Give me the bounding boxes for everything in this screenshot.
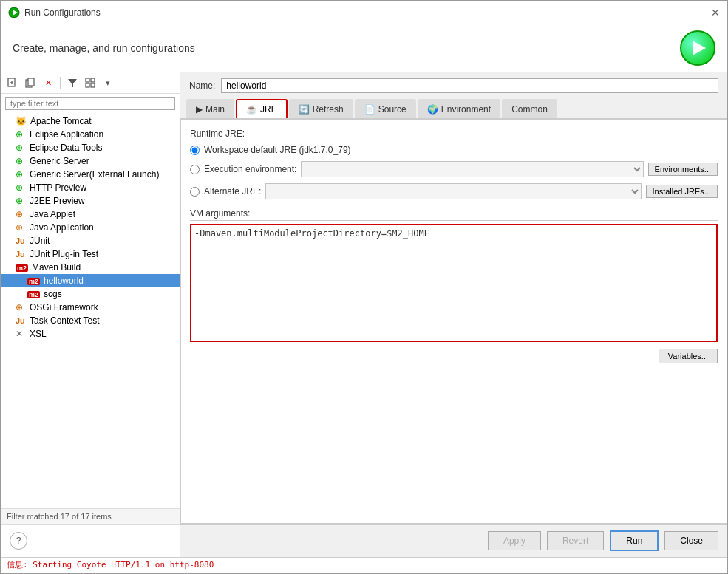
right-panel: Name: ▶ Main ☕ JRE 🔄 Refresh 📄 [180, 72, 727, 557]
name-row: Name: [180, 72, 727, 99]
tree-item-scgs[interactable]: m2 scgs [1, 287, 180, 301]
apache-tomcat-icon: 🐱 [16, 116, 27, 126]
svg-rect-8 [86, 78, 89, 82]
tree-item-label: Apache Tomcat [30, 116, 92, 126]
installed-jres-button[interactable]: Installed JREs... [646, 185, 718, 198]
workspace-default-radio[interactable] [190, 146, 200, 155]
environments-button[interactable]: Environments... [648, 163, 718, 176]
alternate-jre-radio[interactable] [190, 187, 200, 197]
execution-env-radio[interactable] [190, 165, 200, 174]
tab-environment[interactable]: 🌍 Environment [418, 99, 500, 118]
name-input[interactable] [221, 78, 718, 93]
revert-button[interactable]: Revert [547, 531, 604, 550]
tree-item-apache-tomcat[interactable]: 🐱 Apache Tomcat [1, 115, 180, 128]
tree-item-label: Generic Server(External Launch) [30, 169, 159, 180]
tab-common-label: Common [511, 104, 548, 115]
close-icon[interactable]: ✕ [711, 7, 720, 18]
view-menu-button[interactable]: ▾ [101, 75, 115, 90]
tree-item-eclipse-data-tools[interactable]: ⊕ Eclipse Data Tools [1, 141, 180, 154]
tree-item-j2ee-preview[interactable]: ⊕ J2EE Preview [1, 194, 180, 208]
vm-args-textarea[interactable] [190, 224, 718, 342]
tree-item-generic-server-ext[interactable]: ⊕ Generic Server(External Launch) [1, 168, 180, 181]
svg-rect-11 [91, 83, 95, 87]
alternate-jre-select[interactable] [265, 183, 641, 199]
variables-button[interactable]: Variables... [659, 349, 718, 363]
tree-item-label: Java Application [30, 222, 94, 233]
source-tab-icon: 📄 [364, 104, 375, 115]
tree-item-http-preview[interactable]: ⊕ HTTP Preview [1, 181, 180, 194]
tab-environment-label: Environment [441, 104, 491, 115]
runtime-jre-label: Runtime JRE: [190, 129, 718, 139]
tab-refresh-label: Refresh [313, 104, 344, 115]
tree-item-xsl[interactable]: ✕ XSL [1, 327, 180, 341]
main-tab-icon: ▶ [196, 104, 203, 115]
tabs: ▶ Main ☕ JRE 🔄 Refresh 📄 Source 🌍 E [180, 99, 727, 120]
java-applet-icon: ⊕ [16, 209, 26, 219]
status-bar: 信息: Starting Coyote HTTP/1.1 on http-808… [1, 557, 727, 573]
xsl-icon: ✕ [16, 329, 26, 339]
eclipse-data-tools-icon: ⊕ [16, 143, 26, 153]
http-preview-icon: ⊕ [16, 182, 26, 193]
tree-item-osgi-framework[interactable]: ⊕ OSGi Framework [1, 301, 180, 314]
tab-source[interactable]: 📄 Source [355, 99, 416, 118]
tree-list: 🐱 Apache Tomcat ⊕ Eclipse Application ⊕ … [1, 113, 180, 508]
filter-input[interactable] [5, 97, 175, 110]
run-action-button[interactable]: Run [610, 530, 659, 551]
filter-status: Filter matched 17 of 17 items [1, 508, 180, 524]
tab-main[interactable]: ▶ Main [186, 99, 234, 118]
tree-item-label: OSGi Framework [30, 302, 98, 312]
toolbar-separator [60, 77, 61, 89]
alternate-jre-row: Alternate JRE: Installed JREs... [190, 183, 718, 199]
delete-config-button[interactable]: ✕ [41, 75, 55, 90]
tree-item-java-application[interactable]: ⊕ Java Application [1, 221, 180, 234]
run-triangle-icon [693, 41, 706, 55]
tab-source-label: Source [378, 104, 406, 115]
apply-button[interactable]: Apply [488, 531, 541, 550]
tab-jre[interactable]: ☕ JRE [236, 99, 288, 118]
tab-main-label: Main [205, 104, 225, 115]
tree-item-label: HTTP Preview [30, 182, 86, 193]
tree-item-generic-server[interactable]: ⊕ Generic Server [1, 154, 180, 168]
close-button[interactable]: Close [664, 531, 718, 550]
tree-item-label: helloworld [44, 276, 84, 286]
title-bar: Run Configurations ✕ [1, 1, 727, 24]
tab-common[interactable]: Common [502, 99, 557, 118]
tree-item-label: Java Applet [30, 209, 75, 219]
vm-args-label: VM arguments: [190, 208, 718, 221]
run-button[interactable] [680, 30, 715, 66]
svg-rect-9 [91, 78, 95, 82]
tree-item-label: JUnit Plug-in Test [30, 249, 98, 259]
tree-item-label: Generic Server [30, 156, 89, 166]
status-text: 信息: Starting Coyote HTTP/1.1 on http-808… [7, 560, 214, 570]
duplicate-config-button[interactable] [23, 75, 38, 90]
junit-icon: Ju [16, 236, 26, 245]
tree-item-eclipse-application[interactable]: ⊕ Eclipse Application [1, 128, 180, 141]
svg-rect-10 [86, 83, 89, 87]
tree-item-helloworld[interactable]: m2 helloworld [1, 274, 180, 287]
tree-item-label: XSL [30, 329, 47, 339]
tree-item-task-context-test[interactable]: Ju Task Context Test [1, 314, 180, 327]
generic-server-icon: ⊕ [16, 156, 26, 166]
tree-item-maven-build[interactable]: m2 Maven Build [1, 261, 180, 274]
tree-item-java-applet[interactable]: ⊕ Java Applet [1, 208, 180, 221]
main-content: ✕ ▾ 🐱 Apache Tomcat ⊕ [1, 72, 727, 557]
tab-refresh[interactable]: 🔄 Refresh [289, 99, 353, 118]
title-bar-title: Run Configurations [24, 7, 101, 18]
tree-item-label: Eclipse Data Tools [30, 143, 103, 153]
help-button[interactable]: ? [10, 532, 27, 550]
generic-server-ext-icon: ⊕ [16, 169, 26, 180]
osgi-icon: ⊕ [16, 302, 26, 312]
execution-env-select[interactable] [301, 161, 643, 177]
svg-marker-7 [68, 79, 77, 87]
tree-item-junit[interactable]: Ju JUnit [1, 234, 180, 247]
filter-button[interactable] [65, 75, 80, 90]
alternate-jre-label: Alternate JRE: [204, 186, 261, 197]
vm-args-actions: Variables... [190, 349, 718, 363]
collapse-button[interactable] [83, 75, 98, 90]
task-context-icon: Ju [16, 316, 26, 325]
name-label: Name: [189, 81, 215, 91]
new-config-button[interactable] [5, 75, 20, 90]
tree-item-junit-plugin[interactable]: Ju JUnit Plug-in Test [1, 247, 180, 261]
left-panel: ✕ ▾ 🐱 Apache Tomcat ⊕ [1, 72, 180, 557]
tree-item-label: scgs [44, 289, 62, 299]
